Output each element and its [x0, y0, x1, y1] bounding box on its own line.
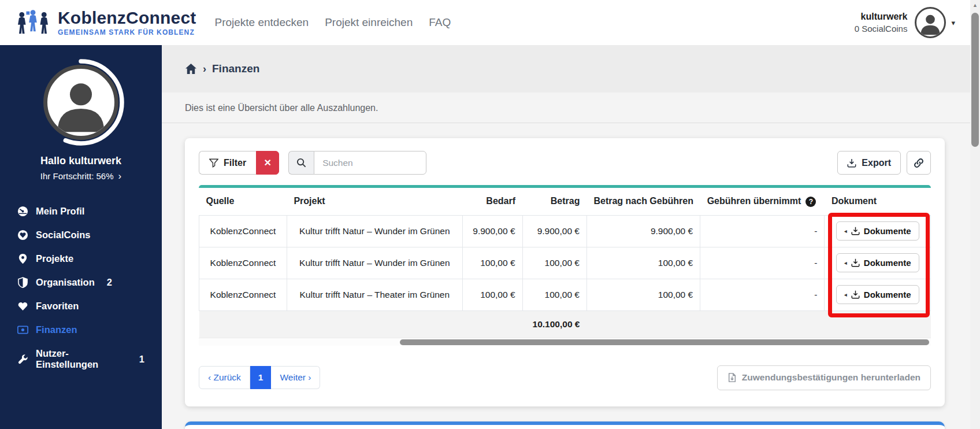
download-icon: [847, 158, 856, 168]
cell-dokument: ◂ Dokumente: [825, 279, 931, 310]
profile-progress-link[interactable]: Ihr Fortschritt: 56%›: [0, 171, 162, 182]
sidebar-item-finanzen[interactable]: Finanzen: [0, 318, 162, 342]
cell-betrag-nach-gebuehren: 100,00 €: [586, 279, 700, 310]
search-input[interactable]: [314, 151, 426, 175]
dokumente-button[interactable]: ◂ Dokumente: [836, 221, 919, 241]
sidebar-greeting: Hallo kulturwerk: [0, 155, 162, 167]
sidebar-nav: Mein Profil SocialCoins Projekte Organis…: [0, 199, 162, 376]
scroll-up-icon[interactable]: ▲: [970, 0, 980, 10]
download-icon: [851, 290, 860, 299]
user-menu[interactable]: kulturwerk 0 SocialCoins ▾: [855, 7, 955, 38]
banknote-icon: [17, 324, 28, 335]
col-header-bedarf: Bedarf: [462, 188, 522, 215]
download-confirmations-button[interactable]: Zuwendungsbestätigungen herunterladen: [717, 365, 931, 390]
pagination-page-1[interactable]: 1: [250, 366, 272, 389]
brand-logo[interactable]: KoblenzConnect GEMEINSAM STARK FÜR KOBLE…: [15, 7, 196, 38]
user-socialcoins: 0 SocialCoins: [855, 24, 908, 34]
page-description: Dies ist eine Übersicht über alle Auszah…: [162, 93, 970, 123]
col-header-dokument: Dokument: [825, 188, 931, 215]
payouts-table-zone: Quelle Projekt Bedarf Betrag Betrag nach…: [199, 185, 931, 346]
collapse-left-icon: ◂: [844, 260, 847, 266]
cell-bedarf: 100,00 €: [462, 247, 522, 279]
table-row: KoblenzConnect Kultur trifft Natur – Wun…: [199, 215, 931, 247]
map-pin-icon: [17, 253, 28, 264]
funnel-icon: [209, 158, 218, 168]
collapse-left-icon: ◂: [844, 228, 847, 234]
dokumente-button[interactable]: ◂ Dokumente: [836, 285, 919, 304]
filter-button[interactable]: Filter: [199, 151, 256, 175]
pagination-next-button[interactable]: Weiter ›: [271, 366, 320, 389]
cell-betrag: 100,00 €: [522, 279, 586, 310]
horizontal-scrollbar[interactable]: [199, 338, 931, 346]
sidebar: Hallo kulturwerk Ihr Fortschritt: 56%› M…: [0, 45, 162, 429]
pagination-prev-button[interactable]: ‹ Zurück: [199, 366, 250, 389]
page-title: Finanzen: [212, 62, 259, 75]
cell-dokument: ◂ Dokumente: [825, 247, 931, 279]
cell-bedarf: 9.900,00 €: [462, 215, 522, 247]
cell-gebuehren-uebernimmt: -: [700, 279, 825, 310]
cell-quelle: KoblenzConnect: [199, 279, 287, 310]
nav-link-faq[interactable]: FAQ: [429, 16, 451, 29]
payouts-table: Quelle Projekt Bedarf Betrag Betrag nach…: [199, 188, 931, 338]
pagination: ‹ Zurück 1 Weiter ›: [199, 366, 320, 389]
cell-projekt: Kultur trifft Natur – Wunder im Grünen: [287, 215, 462, 247]
download-icon: [851, 258, 860, 267]
sidebar-item-nutzer-einstellungen[interactable]: Nutzer-Einstellungen1: [0, 342, 162, 376]
brand-tagline: GEMEINSAM STARK FÜR KOBLENZ: [58, 28, 196, 36]
cell-betrag: 9.900,00 €: [522, 215, 586, 247]
table-total-row: 10.100,00 €: [199, 310, 931, 338]
breadcrumb-separator: ›: [203, 63, 206, 75]
cell-gebuehren-uebernimmt: -: [700, 215, 825, 247]
file-download-icon: [727, 373, 737, 382]
pager-row: ‹ Zurück 1 Weiter › Zuwendungsbestätigun…: [199, 365, 931, 390]
sidebar-item-socialcoins[interactable]: SocialCoins: [0, 223, 162, 247]
coin-heart-icon: [17, 230, 28, 241]
table-header-row: Quelle Projekt Bedarf Betrag Betrag nach…: [199, 188, 931, 215]
col-header-betrag-nach-gebuehren: Betrag nach Gebühren: [586, 188, 700, 215]
search-box: [288, 151, 426, 175]
sidebar-item-projekte[interactable]: Projekte: [0, 247, 162, 271]
cell-betrag-nach-gebuehren: 9.900,00 €: [586, 215, 700, 247]
export-button[interactable]: Export: [837, 151, 901, 175]
wrench-icon: [17, 354, 28, 365]
main-content: › Finanzen Dies ist eine Übersicht über …: [162, 45, 970, 429]
table-row: KoblenzConnect Kultur trifft Natur – The…: [199, 279, 931, 310]
cell-quelle: KoblenzConnect: [199, 247, 287, 279]
col-header-gebuehren-uebernimmt: Gebühren übernimmt?: [700, 188, 825, 215]
vertical-scrollbar[interactable]: ▲: [970, 0, 980, 429]
copy-link-button[interactable]: [907, 151, 931, 175]
clear-filter-button[interactable]: ✕: [256, 151, 279, 175]
horizontal-scrollbar-thumb[interactable]: [400, 339, 929, 345]
cell-dokument: ◂ Dokumente: [825, 215, 931, 247]
organisation-badge: 2: [107, 277, 112, 288]
close-icon: ✕: [263, 157, 271, 168]
table-row: KoblenzConnect Kultur trifft Natur – Wun…: [199, 247, 931, 279]
cell-betrag-nach-gebuehren: 100,00 €: [586, 247, 700, 279]
next-section-card: [185, 421, 945, 429]
download-icon: [851, 227, 860, 235]
col-header-projekt: Projekt: [287, 188, 462, 215]
cell-betrag: 100,00 €: [522, 247, 586, 279]
cell-projekt: Kultur trifft Natur – Theater im Grünen: [287, 279, 462, 310]
sidebar-item-mein-profil[interactable]: Mein Profil: [0, 199, 162, 223]
nav-link-projekt-einreichen[interactable]: Projekt einreichen: [325, 16, 413, 29]
sidebar-item-organisation[interactable]: Organisation2: [0, 271, 162, 294]
main-nav: Projekte entdecken Projekt einreichen FA…: [214, 16, 451, 29]
collapse-left-icon: ◂: [844, 291, 847, 298]
nav-link-projekte-entdecken[interactable]: Projekte entdecken: [214, 16, 309, 29]
home-icon[interactable]: [185, 63, 197, 75]
sidebar-item-favoriten[interactable]: Favoriten: [0, 294, 162, 318]
gauge-icon: [17, 206, 28, 217]
app-window: KoblenzConnect GEMEINSAM STARK FÜR KOBLE…: [0, 0, 980, 429]
people-logo-icon: [15, 7, 51, 38]
avatar[interactable]: [915, 7, 946, 38]
vertical-scrollbar-thumb[interactable]: [971, 13, 979, 147]
chevron-right-icon: ›: [118, 171, 122, 182]
dokumente-button[interactable]: ◂ Dokumente: [836, 253, 919, 272]
help-icon[interactable]: ?: [805, 197, 816, 207]
settings-badge: 1: [139, 354, 144, 365]
table-toolbar: Filter ✕: [199, 151, 931, 175]
brand-title: KoblenzConnect: [58, 9, 196, 27]
chevron-down-icon[interactable]: ▾: [951, 19, 955, 27]
profile-avatar[interactable]: [35, 57, 127, 148]
